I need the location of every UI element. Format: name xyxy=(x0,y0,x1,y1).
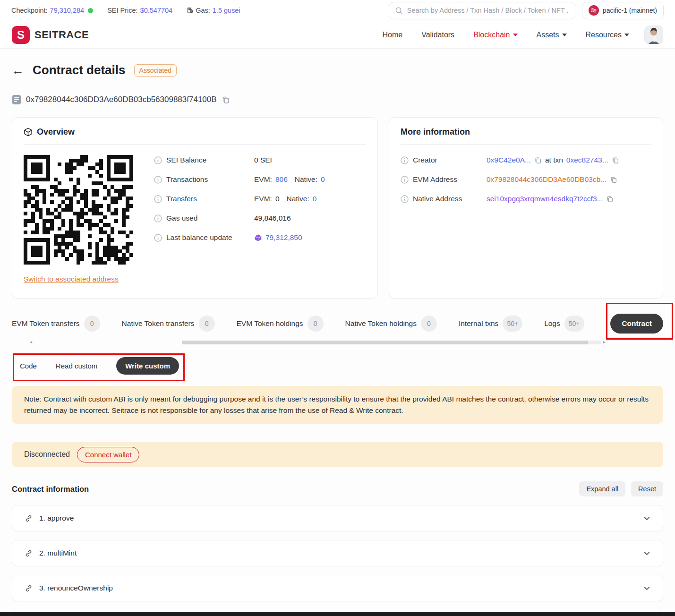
transactions-evm-count[interactable]: 806 xyxy=(275,175,288,184)
status-dot-icon xyxy=(88,8,93,13)
copy-txn-icon[interactable] xyxy=(612,156,619,164)
chevron-down-icon[interactable] xyxy=(643,585,650,592)
transactions-native-count[interactable]: 0 xyxy=(321,175,325,184)
more-information-card: More information Creator 0x9C42e0A... at… xyxy=(389,117,663,299)
tab-evm-token-transfers[interactable]: EVM Token transfers 0 xyxy=(12,316,100,332)
scroll-right-arrow-icon[interactable]: ▸ xyxy=(603,339,606,344)
page-title: Contract details xyxy=(33,63,126,77)
last-balance-block[interactable]: 79,312,850 xyxy=(265,233,302,242)
tab-native-token-transfers[interactable]: Native Token transfers 0 xyxy=(122,316,215,332)
wallet-status: Disconnected xyxy=(24,450,70,459)
sei-network-icon xyxy=(589,5,599,16)
tab-internal-txns[interactable]: Internal txns 50+ xyxy=(459,316,522,332)
tab-count-badge: 0 xyxy=(421,316,437,332)
gas-value[interactable]: 1.5 gusei xyxy=(213,7,240,14)
transactions-row: Transactions EVM: 806 Native: 0 xyxy=(154,175,366,184)
info-icon xyxy=(154,214,162,222)
gas-label: Gas: xyxy=(196,7,210,14)
nav-item-resources[interactable]: Resources xyxy=(586,31,629,39)
transfers-native-count[interactable]: 0 xyxy=(313,195,317,203)
associated-badge: Associated xyxy=(134,64,177,77)
contract-information-title: Contract information xyxy=(12,485,89,494)
overview-title: Overview xyxy=(37,127,75,137)
tab-evm-token-holdings[interactable]: EVM Token holdings 0 xyxy=(237,316,324,332)
gas-stat: Gas: 1.5 gusei xyxy=(187,7,240,14)
tab-count-badge: 50+ xyxy=(564,316,584,332)
overview-card: Overview Switch to associated address SE… xyxy=(12,117,378,299)
seitrace-logo-icon: S xyxy=(12,26,30,44)
checkpoint-label: Checkpoint: xyxy=(11,7,48,14)
more-info-title: More information xyxy=(401,127,470,137)
search-input[interactable] xyxy=(407,7,569,14)
qr-code xyxy=(24,155,133,265)
switch-associated-link[interactable]: Switch to associated address xyxy=(24,275,119,283)
chevron-down-icon[interactable] xyxy=(643,550,650,557)
gas-used-row: Gas used 49,846,016 xyxy=(154,214,366,222)
tabs-bar: EVM Token transfers 0 Native Token trans… xyxy=(12,314,663,334)
tab-native-token-holdings[interactable]: Native Token holdings 0 xyxy=(345,316,437,332)
evm-address-link[interactable]: 0x79828044c306DD3Ae60DB03cb... xyxy=(487,175,607,184)
contract-address[interactable]: 0x79828044c306DD3Ae60DB03cb56309883f7410… xyxy=(26,95,217,104)
creator-address-link[interactable]: 0x9C42e0A... xyxy=(487,156,531,164)
contract-file-icon xyxy=(12,94,21,105)
bottom-dark-bar xyxy=(0,612,675,616)
search-box[interactable] xyxy=(389,2,575,19)
subtab-code[interactable]: Code xyxy=(20,362,37,370)
reset-button[interactable]: Reset xyxy=(631,481,663,496)
overview-cube-icon xyxy=(24,128,33,137)
back-arrow-icon[interactable]: ← xyxy=(12,64,24,77)
sei-balance-value: 0 SEI xyxy=(254,156,272,164)
native-address-link[interactable]: sei10xpgq3xrqmwn4esdkq7t2ccf3... xyxy=(487,195,603,203)
main-navbar: S SEITRACE Home Validators Blockchain As… xyxy=(0,21,675,49)
chevron-down-icon[interactable] xyxy=(643,515,650,522)
copy-native-address-icon[interactable] xyxy=(606,195,614,203)
tab-logs[interactable]: Logs 50+ xyxy=(544,316,584,332)
checkpoint-value[interactable]: 79,310,284 xyxy=(50,7,85,14)
info-icon xyxy=(154,195,162,203)
method-accordion-renounceownership[interactable]: 3. renounceOwnership xyxy=(12,575,663,601)
nav-item-blockchain[interactable]: Blockchain xyxy=(473,31,517,39)
chevron-down-icon xyxy=(624,34,629,36)
method-accordion-multimint[interactable]: 2. multiMint xyxy=(12,540,663,566)
tab-contract[interactable]: Contract xyxy=(610,314,663,334)
nav-item-validators[interactable]: Validators xyxy=(421,31,454,39)
creator-row: Creator 0x9C42e0A... at txn 0xec82743... xyxy=(401,156,651,164)
custom-abi-note: Note: Contract with custom ABI is only m… xyxy=(12,386,663,424)
network-selector[interactable]: pacific-1 (mainnet) xyxy=(582,2,664,19)
transfers-row: Transfers EVM: 0 Native: 0 xyxy=(154,195,366,203)
brand[interactable]: S SEITRACE xyxy=(12,26,89,44)
connect-wallet-button[interactable]: Connect wallet xyxy=(77,447,139,462)
tab-count-badge: 0 xyxy=(308,316,324,332)
info-icon xyxy=(401,195,409,203)
tab-count-badge: 0 xyxy=(199,316,215,332)
scroll-left-arrow-icon[interactable]: ◂ xyxy=(30,339,32,344)
user-avatar[interactable] xyxy=(644,26,663,44)
gas-used-value: 49,846,016 xyxy=(254,214,291,222)
nav-item-assets[interactable]: Assets xyxy=(537,31,567,39)
method-accordion-approve[interactable]: 1. approve xyxy=(12,505,663,531)
subtab-write-custom[interactable]: Write custom xyxy=(116,357,179,375)
scrollbar-track xyxy=(588,341,601,344)
copy-address-icon[interactable] xyxy=(222,95,230,104)
chain-link-icon xyxy=(25,584,33,592)
wallet-banner: Disconnected Connect wallet xyxy=(12,442,663,467)
checkpoint-stat: Checkpoint: 79,310,284 xyxy=(11,7,93,14)
nav-item-home[interactable]: Home xyxy=(382,31,402,39)
scrollbar-thumb[interactable] xyxy=(182,341,588,344)
creator-txn-link[interactable]: 0xec82743... xyxy=(566,156,608,164)
sei-price-value[interactable]: $0.547704 xyxy=(140,7,173,14)
subtab-read-custom[interactable]: Read custom xyxy=(56,362,97,370)
block-cube-icon xyxy=(254,234,262,242)
tabs-horizontal-scrollbar[interactable]: ◂ ▸ xyxy=(12,341,663,345)
copy-creator-icon[interactable] xyxy=(534,156,542,164)
expand-all-button[interactable]: Expand all xyxy=(579,481,625,496)
search-icon xyxy=(395,7,403,15)
native-address-row: Native Address sei10xpgq3xrqmwn4esdkq7t2… xyxy=(401,195,651,203)
chevron-down-icon xyxy=(513,34,518,36)
copy-evm-address-icon[interactable] xyxy=(610,176,617,183)
tab-count-badge: 0 xyxy=(84,316,100,332)
gas-pump-icon xyxy=(187,7,193,14)
sei-price-label: SEI Price: xyxy=(107,7,137,14)
brand-name: SEITRACE xyxy=(34,29,89,41)
chain-link-icon xyxy=(25,514,33,522)
